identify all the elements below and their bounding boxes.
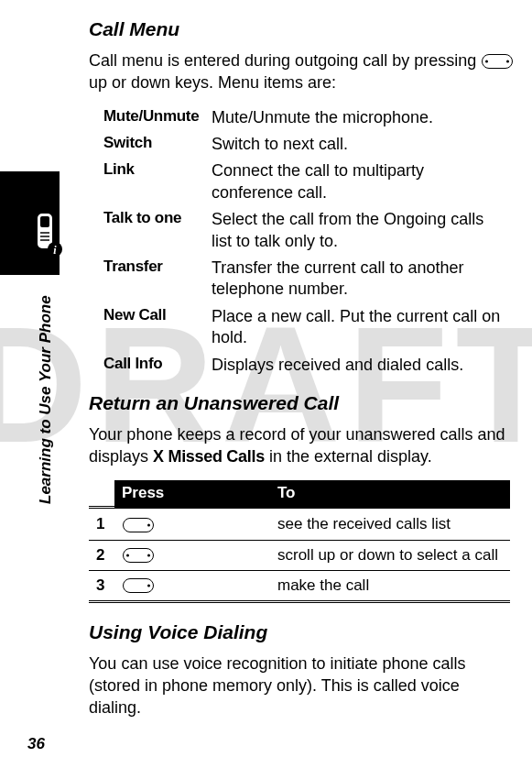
menu-row: Transfer Transfer the current call to an…: [103, 258, 506, 301]
col-press: Press: [114, 480, 270, 508]
press-to-table: Press To 1 see the received calls list 2…: [89, 480, 510, 602]
menu-row: Switch Switch to next call.: [103, 134, 506, 155]
menu-term: Call Info: [103, 355, 212, 376]
intro-text-before: Call menu is entered during outgoing cal…: [89, 51, 481, 70]
select-key-icon: [123, 578, 154, 593]
side-section-label: Learning to Use Your Phone: [37, 295, 55, 504]
menu-term: Talk to one: [103, 209, 212, 252]
phone-info-icon: i: [29, 211, 66, 262]
menu-desc: Connect the call to multiparty conferenc…: [212, 160, 506, 203]
menu-desc: Mute/Unmute the microphone.: [212, 107, 506, 128]
menu-desc: Switch to next call.: [212, 134, 506, 155]
press-cell: [114, 508, 270, 540]
call-menu-intro: Call menu is entered during outgoing cal…: [89, 49, 515, 94]
page-number: 36: [27, 735, 45, 753]
menu-row: New Call Place a new call. Put the curre…: [103, 306, 506, 349]
col-to: To: [270, 480, 510, 508]
call-menu-items: Mute/Unmute Mute/Unmute the microphone. …: [103, 107, 506, 376]
to-cell: scroll up or down to select a call: [270, 540, 510, 570]
menu-desc: Displays received and dialed calls.: [212, 355, 506, 376]
intro-text-after: up or down keys. Menu items are:: [89, 73, 336, 92]
menu-row: Talk to one Select the call from the Ong…: [103, 209, 506, 252]
table-corner: [89, 480, 114, 508]
step-number: 3: [89, 570, 114, 601]
menu-term: Switch: [103, 134, 212, 155]
heading-voice-dialing: Using Voice Dialing: [89, 621, 515, 643]
table-row: 1 see the received calls list: [89, 508, 510, 540]
page-content: Call Menu Call menu is entered during ou…: [89, 18, 515, 732]
table-row: 3 make the call: [89, 570, 510, 601]
nav-key-icon: [123, 548, 154, 563]
menu-row: Call Info Displays received and dialed c…: [103, 355, 506, 376]
press-cell: [114, 570, 270, 601]
nav-key-icon: [482, 54, 513, 69]
select-key-icon: [123, 518, 154, 532]
heading-return-unanswered: Return an Unanswered Call: [89, 392, 515, 414]
step-number: 2: [89, 540, 114, 570]
menu-row: Link Connect the call to multiparty conf…: [103, 160, 506, 203]
menu-desc: Select the call from the Ongoing calls l…: [212, 209, 506, 252]
menu-row: Mute/Unmute Mute/Unmute the microphone.: [103, 107, 506, 128]
step-number: 1: [89, 508, 114, 540]
table-row: 2 scroll up or down to select a call: [89, 540, 510, 570]
menu-term: Transfer: [103, 258, 212, 301]
menu-desc: Transfer the current call to another tel…: [212, 258, 506, 301]
menu-desc: Place a new call. Put the current call o…: [212, 306, 506, 349]
heading-call-menu: Call Menu: [89, 18, 515, 40]
to-cell: make the call: [270, 570, 510, 601]
to-cell: see the received calls list: [270, 508, 510, 540]
menu-term: Mute/Unmute: [103, 107, 212, 128]
press-cell: [114, 540, 270, 570]
intro-after: in the external display.: [265, 447, 432, 466]
unanswered-intro: Your phone keeps a record of your unansw…: [89, 423, 515, 468]
svg-rect-1: [40, 216, 49, 227]
voice-dialing-intro: You can use voice recognition to initiat…: [89, 653, 515, 719]
missed-calls-label: X Missed Calls: [153, 447, 265, 466]
menu-term: Link: [103, 160, 212, 203]
menu-term: New Call: [103, 306, 212, 349]
